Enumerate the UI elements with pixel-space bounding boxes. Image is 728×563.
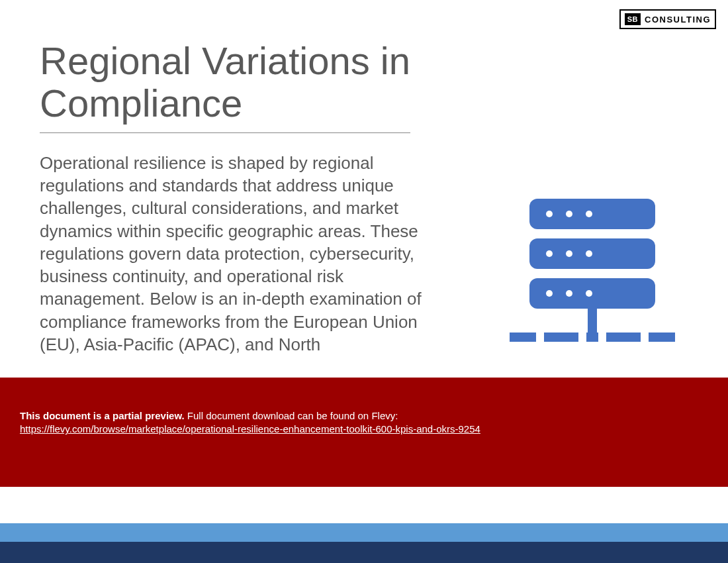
svg-rect-15 [578, 333, 586, 342]
svg-point-12 [566, 290, 572, 297]
svg-point-10 [586, 250, 592, 257]
svg-point-8 [546, 250, 553, 257]
svg-point-13 [586, 290, 592, 297]
brand-logo: SB CONSULTING [619, 9, 716, 29]
title-divider [40, 132, 410, 133]
preview-lead-bold: This document is a partial preview. [20, 410, 185, 421]
server-stack-icon [496, 192, 682, 378]
svg-point-9 [566, 250, 572, 257]
preview-overlay: This document is a partial preview. Full… [0, 378, 728, 487]
preview-overlay-text: This document is a partial preview. Full… [20, 409, 708, 436]
logo-mark: SB [625, 13, 641, 25]
svg-rect-16 [598, 333, 606, 342]
preview-lead-rest: Full document download can be found on F… [185, 410, 398, 421]
svg-rect-3 [588, 309, 597, 333]
logo-text: CONSULTING [645, 15, 711, 25]
svg-rect-14 [536, 333, 544, 342]
svg-point-11 [546, 290, 553, 297]
slide-title: Regional Variations in Compliance [40, 40, 463, 125]
svg-rect-4 [510, 333, 675, 342]
slide-body-text: Operational resilience is shaped by regi… [40, 152, 443, 356]
preview-link[interactable]: https://flevy.com/browse/marketplace/ope… [20, 423, 480, 435]
svg-point-7 [586, 211, 592, 217]
svg-point-6 [566, 211, 572, 217]
svg-point-5 [546, 211, 553, 217]
footer-spacer [0, 487, 728, 523]
footer-bar-skyblue [0, 523, 728, 542]
footer-bar-navy [0, 542, 728, 563]
svg-rect-17 [641, 333, 649, 342]
